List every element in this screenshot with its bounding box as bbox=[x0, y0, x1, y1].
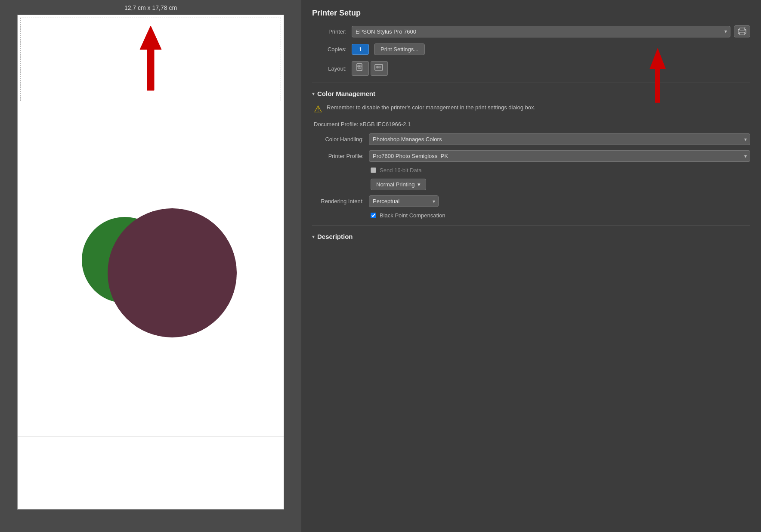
description-header[interactable]: ▾ Description bbox=[312, 233, 750, 240]
rendering-intent-select[interactable]: Perceptual Saturation Relative Colorimet… bbox=[369, 195, 439, 207]
description-chevron: ▾ bbox=[312, 234, 315, 240]
warning-text: Remember to disable the printer's color … bbox=[327, 103, 535, 112]
printer-dropdown-wrapper[interactable]: EPSON Stylus Pro 7600 bbox=[352, 26, 730, 37]
svg-text:+: + bbox=[744, 28, 746, 29]
paper-preview bbox=[17, 15, 284, 510]
printer-icon-button[interactable]: + bbox=[734, 25, 750, 37]
rendering-intent-row: Rendering Intent: Perceptual Saturation … bbox=[312, 195, 750, 207]
printer-select[interactable]: EPSON Stylus Pro 7600 bbox=[352, 26, 730, 37]
layout-icons bbox=[352, 61, 388, 76]
printer-setup-title: Printer Setup bbox=[312, 9, 750, 18]
color-handling-dropdown-wrapper[interactable]: Photoshop Manages Colors Printer Manages… bbox=[369, 133, 750, 145]
print-settings-button[interactable]: Print Settings... bbox=[374, 43, 425, 55]
printer-profile-row: Printer Profile: Pro7600 Photo Semigloss… bbox=[312, 150, 750, 162]
svg-point-13 bbox=[376, 66, 379, 68]
page-dimensions-label: 12,7 cm x 17,78 cm bbox=[124, 4, 177, 11]
paper-bottom-margin bbox=[18, 436, 284, 509]
warning-icon: ⚠ bbox=[314, 104, 322, 115]
layout-portrait-button[interactable] bbox=[352, 61, 369, 76]
dark-red-circle bbox=[108, 208, 237, 337]
layout-label: Layout: bbox=[312, 65, 346, 72]
printer-profile-label: Printer Profile: bbox=[312, 153, 364, 159]
paper-top-margin bbox=[18, 15, 284, 101]
description-section: ▾ Description bbox=[312, 233, 750, 240]
rendering-intent-dropdown-wrapper[interactable]: Perceptual Saturation Relative Colorimet… bbox=[369, 195, 439, 207]
landscape-icon bbox=[374, 63, 384, 72]
normal-printing-chevron: ▾ bbox=[418, 181, 421, 188]
printer-row: Printer: EPSON Stylus Pro 7600 + bbox=[312, 25, 750, 37]
copies-label: Copies: bbox=[312, 46, 346, 53]
black-point-row: Black Point Compensation bbox=[312, 212, 750, 219]
copies-input[interactable] bbox=[352, 44, 369, 55]
settings-panel: Printer Setup Printer: EPSON Stylus Pro … bbox=[301, 0, 761, 532]
preview-panel: 12,7 cm x 17,78 cm bbox=[0, 0, 301, 532]
color-handling-label: Color Handling: bbox=[312, 136, 364, 142]
printer-add-icon: + bbox=[738, 28, 746, 35]
normal-printing-button[interactable]: Normal Printing ▾ bbox=[371, 179, 426, 190]
printer-profile-dropdown-wrapper[interactable]: Pro7600 Photo Semigloss_PK bbox=[369, 150, 750, 162]
color-management-chevron: ▾ bbox=[312, 91, 315, 97]
color-handling-row: Color Handling: Photoshop Manages Colors… bbox=[312, 133, 750, 145]
black-point-label: Black Point Compensation bbox=[380, 212, 445, 219]
dashed-border bbox=[20, 18, 281, 101]
circles-container bbox=[65, 182, 237, 355]
svg-rect-4 bbox=[739, 32, 745, 35]
printer-select-wrapper: EPSON Stylus Pro 7600 + bbox=[352, 25, 750, 37]
svg-point-10 bbox=[359, 65, 362, 68]
svg-point-14 bbox=[379, 66, 381, 68]
document-profile-text: Document Profile: sRGB IEC61966-2.1 bbox=[314, 121, 411, 127]
color-handling-select[interactable]: Photoshop Manages Colors Printer Manages… bbox=[369, 133, 750, 145]
layout-row: Layout: bbox=[312, 61, 750, 76]
portrait-icon bbox=[356, 63, 365, 72]
warning-row: ⚠ Remember to disable the printer's colo… bbox=[312, 103, 750, 115]
divider-2 bbox=[312, 226, 750, 226]
send-16bit-checkbox[interactable] bbox=[371, 167, 376, 173]
send-16bit-label: Send 16-bit Data bbox=[380, 167, 422, 173]
svg-rect-12 bbox=[375, 65, 383, 70]
normal-printing-row: Normal Printing ▾ bbox=[312, 179, 750, 190]
rendering-intent-label: Rendering Intent: bbox=[312, 198, 364, 204]
color-management-header[interactable]: ▾ Color Management bbox=[312, 90, 750, 97]
black-point-checkbox[interactable] bbox=[371, 213, 376, 218]
divider-1 bbox=[312, 83, 750, 83]
normal-printing-label: Normal Printing bbox=[376, 181, 415, 188]
copies-row: Copies: Print Settings... bbox=[312, 43, 750, 55]
paper-content-area bbox=[18, 101, 284, 436]
document-profile-row: Document Profile: sRGB IEC61966-2.1 bbox=[312, 121, 750, 127]
description-title: Description bbox=[317, 233, 353, 240]
printer-profile-select[interactable]: Pro7600 Photo Semigloss_PK bbox=[369, 150, 750, 162]
layout-landscape-button[interactable] bbox=[371, 61, 388, 76]
printer-label: Printer: bbox=[312, 28, 346, 35]
color-management-title: Color Management bbox=[317, 90, 375, 97]
send-16bit-row: Send 16-bit Data bbox=[312, 167, 750, 173]
